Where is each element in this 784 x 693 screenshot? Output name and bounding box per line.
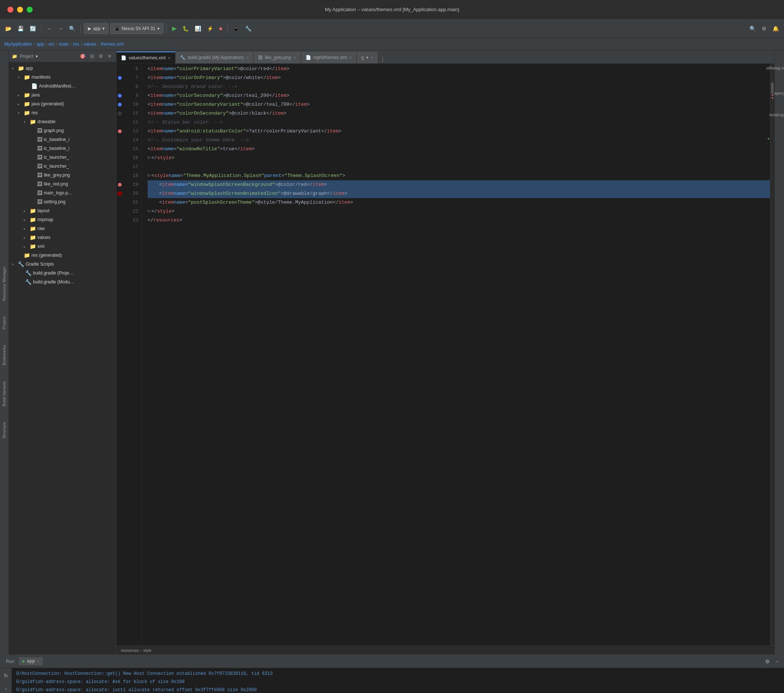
tree-item-values[interactable]: ▸ 📁 values — [9, 233, 116, 242]
breadcrumb-res[interactable]: res — [73, 41, 79, 47]
project-tab[interactable]: Project — [2, 314, 7, 332]
tree-item-build-gradle-proj[interactable]: ▸ 🔧 build.gradle (Proje… — [9, 269, 116, 277]
forward-button[interactable]: → — [56, 23, 65, 35]
tree-item-like-red-png[interactable]: ▸ 🖼 like_red.png — [9, 180, 116, 188]
tree-label-res: res — [31, 110, 38, 116]
tree-item-java[interactable]: ▸ 📁 java — [9, 91, 116, 99]
tree-arrow-gradle: ▾ — [12, 262, 18, 266]
tree-item-res-generated[interactable]: ▸ 📁 res (generated) — [9, 251, 116, 260]
tree-item-setting-png[interactable]: ▸ 🖼 setting.png — [9, 197, 116, 206]
tree-item-ic-baseline-2[interactable]: ▸ 🖼 ic_baseline_i — [9, 144, 116, 153]
panel-close-button[interactable]: ✕ — [106, 53, 113, 60]
tree-item-main-logo[interactable]: ▸ 🖼 main_logo.p… — [9, 188, 116, 197]
tree-label-setting: setting.png — [44, 199, 66, 205]
bottom-minimize-button[interactable]: − — [774, 655, 781, 667]
tab-build-gradle[interactable]: 🔧 build.gradle (My Application) ✕ — [175, 51, 254, 63]
code-lines[interactable]: <item name="colorPrimaryVariant">@color/… — [142, 64, 770, 645]
tab-close-like-grey[interactable]: ✕ — [293, 56, 296, 60]
tree-item-drawable[interactable]: ▾ 📁 drawable — [9, 117, 116, 126]
tab-like-grey[interactable]: 🖼 like_grey.png ✕ — [254, 51, 301, 63]
rerun-button[interactable]: ↻ — [2, 670, 10, 681]
breadcrumb-src[interactable]: src — [49, 41, 54, 47]
breadcrumb-sep-4: › — [70, 41, 72, 47]
tree-item-ic-launcher-1[interactable]: ▸ 🖼 ic_launcher_ — [9, 153, 116, 162]
close-button[interactable] — [7, 7, 13, 13]
breadcrumb-themes-xml[interactable]: themes.xml — [101, 41, 124, 47]
editor-scrollbar[interactable] — [770, 64, 774, 645]
sdk-button[interactable]: 🔧 — [243, 23, 254, 35]
minimize-button[interactable] — [17, 7, 23, 13]
tree-item-ic-launcher-2[interactable]: ▸ 🖼 ic_launcher_ — [9, 162, 116, 171]
scroll-up-button[interactable]: ↑ — [3, 683, 8, 693]
code-line-15: <item name="windowNoTitle">true</item> — [148, 145, 770, 153]
breadcrumb-values[interactable]: values — [84, 41, 96, 47]
search-button[interactable]: 🔍 — [67, 23, 77, 35]
device-dropdown[interactable]: 📱 Nexus 5X API 31 ▾ — [110, 23, 163, 34]
panel-collapse-button[interactable]: ⊟ — [89, 53, 96, 60]
tab-close-themes[interactable]: ✕ — [168, 56, 171, 60]
tree-item-mipmap[interactable]: ▸ 📁 mipmap — [9, 215, 116, 224]
bottom-panel-tabs: Run: ▶ app ✕ ⚙ − — [0, 655, 784, 668]
structure-tab[interactable]: Structure — [2, 419, 7, 441]
avd-button[interactable]: 📱 — [231, 23, 241, 35]
tree-item-gradle-scripts[interactable]: ▾ 🔧 Gradle Scripts — [9, 260, 116, 269]
tab-g[interactable]: g ▾ ✕ — [357, 51, 378, 63]
tree-item-androidmanifest[interactable]: ▸ 📄 AndroidManifest… — [9, 82, 116, 91]
tree-item-app[interactable]: ▾ 📁 app — [9, 64, 116, 73]
gradle-icon[interactable]: Gradle — [772, 90, 784, 97]
search-everywhere-button[interactable]: 🔍 — [747, 23, 758, 35]
build-variants-tab[interactable]: Build Variants — [2, 379, 7, 408]
folder-icon-mipmap: 📁 — [30, 217, 36, 223]
tree-item-res[interactable]: ▾ 📁 res — [9, 108, 116, 117]
gutter-line-18 — [117, 172, 123, 180]
tree-item-raw[interactable]: ▸ 📁 raw — [9, 224, 116, 233]
editor-breadcrumb: resources › style — [117, 645, 774, 654]
device-manager-icon[interactable]: Device Manager — [764, 65, 784, 72]
sync-button[interactable]: 🔄 — [28, 23, 38, 35]
tree-item-java-generated[interactable]: ▸ 📁 java (generated) — [9, 99, 116, 108]
tab-close-night[interactable]: ✕ — [349, 56, 352, 60]
tree-item-ic-baseline-1[interactable]: ▸ 🖼 ic_baseline_i — [9, 135, 116, 144]
notifications-button[interactable]: 🔔 — [770, 23, 781, 35]
gutter-line-17 — [117, 162, 123, 172]
debug-button[interactable]: 🐛 — [180, 23, 191, 35]
tree-item-like-grey-png[interactable]: ▸ 🖼 like_grey.png — [9, 171, 116, 180]
save-button[interactable]: 💾 — [15, 23, 26, 35]
tabs-overflow-button[interactable]: ⋮ — [380, 56, 386, 63]
notifications-panel-icon[interactable]: Notifications — [768, 112, 784, 119]
maximize-button[interactable] — [27, 7, 33, 13]
tree-item-layout[interactable]: ▸ 📁 layout — [9, 206, 116, 215]
bookmarks-tab[interactable]: Bookmarks — [2, 343, 7, 368]
open-file-button[interactable]: 📂 — [3, 23, 14, 35]
tab-dropdown-g[interactable]: ▾ — [366, 55, 368, 60]
breadcrumb-main[interactable]: main — [59, 41, 69, 47]
stop-button[interactable]: ■ — [217, 23, 224, 35]
gutter-line-16 — [117, 153, 123, 162]
breadcrumb-app[interactable]: app — [37, 41, 44, 47]
run-config-chevron: ▾ — [102, 26, 105, 31]
panel-locate-button[interactable]: 🎯 — [78, 53, 87, 60]
run-config-dropdown[interactable]: ▶ app ▾ — [84, 23, 109, 34]
back-button[interactable]: ← — [44, 23, 54, 35]
apply-changes-button[interactable]: ⚡ — [205, 23, 216, 35]
tab-close-g[interactable]: ✕ — [371, 56, 374, 60]
code-line-21: <item name="postSplashScreenTheme">@styl… — [148, 198, 770, 207]
tree-item-xml[interactable]: ▸ 📁 xml — [9, 242, 116, 251]
tree-item-graph-png[interactable]: ▸ 🖼 graph.png — [9, 126, 116, 135]
app-run-badge[interactable]: ▶ app ✕ — [19, 657, 43, 665]
tree-label-bg-proj: build.gradle (Proje… — [33, 271, 73, 276]
tab-close-build[interactable]: ✕ — [246, 56, 249, 60]
tab-night-themes[interactable]: 📄 night/themes.xml ✕ — [301, 51, 357, 63]
tree-item-manifests[interactable]: ▾ 📁 manifests — [9, 73, 116, 82]
bottom-settings-button[interactable]: ⚙ — [763, 655, 772, 667]
panel-settings-button[interactable]: ⚙ — [97, 53, 105, 60]
app-badge-close[interactable]: ✕ — [37, 658, 39, 664]
code-editor[interactable]: 6 7 8 9 10 11 12 13 14 15 16 17 18 19 20… — [117, 64, 774, 645]
run-button[interactable]: ▶ — [170, 23, 179, 35]
profile-button[interactable]: 📊 — [193, 23, 203, 35]
settings-button[interactable]: ⚙ — [759, 23, 769, 35]
tab-themes-xml[interactable]: 📄 values/themes.xml ✕ — [117, 51, 175, 63]
resource-manager-tab[interactable]: Resource Manager — [2, 264, 7, 303]
tree-item-build-gradle-mod[interactable]: ▸ 🔧 build.gradle (Modu… — [9, 277, 116, 286]
breadcrumb-myapplication[interactable]: MyApplication — [5, 41, 32, 47]
